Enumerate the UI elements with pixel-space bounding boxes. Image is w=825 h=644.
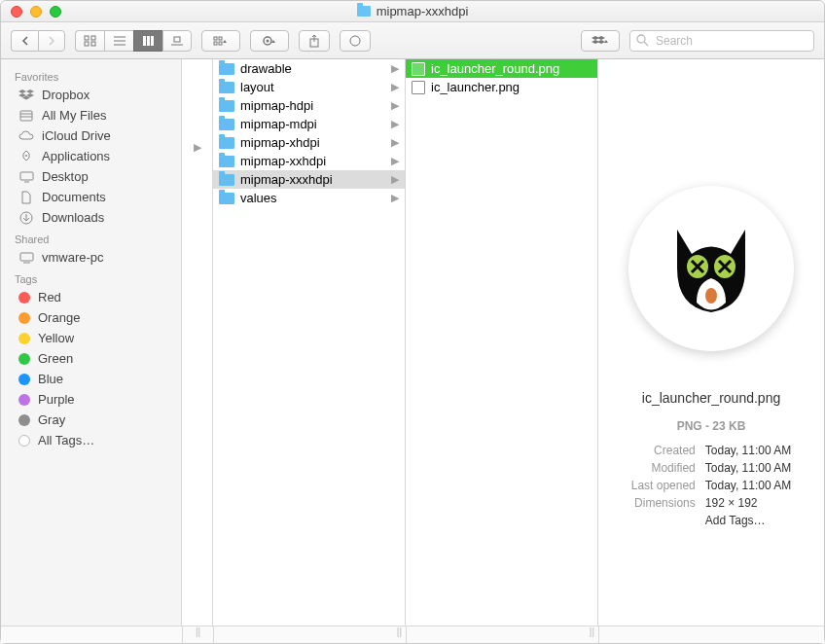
folder-row[interactable]: drawable▶ bbox=[213, 59, 405, 78]
sidebar-tag-blue[interactable]: Blue bbox=[1, 369, 181, 389]
sidebar-item-label: All My Files bbox=[42, 108, 106, 123]
sidebar-item-icloud[interactable]: iCloud Drive bbox=[1, 125, 181, 146]
chevron-right-icon: ▶ bbox=[391, 155, 399, 167]
tag-dot-icon bbox=[18, 394, 30, 406]
svg-point-21 bbox=[637, 35, 645, 43]
svg-rect-1 bbox=[91, 36, 95, 40]
chevron-right-icon: ▶ bbox=[194, 141, 201, 154]
folder-row[interactable]: layout▶ bbox=[213, 78, 405, 96]
column-parent[interactable]: ▶ bbox=[182, 59, 213, 626]
folder-row[interactable]: mipmap-hdpi▶ bbox=[213, 96, 405, 115]
chevron-right-icon: ▶ bbox=[391, 99, 399, 112]
tag-dot-icon bbox=[18, 435, 30, 447]
svg-point-35 bbox=[705, 288, 717, 304]
svg-rect-31 bbox=[20, 253, 33, 261]
svg-rect-15 bbox=[219, 42, 222, 45]
svg-rect-12 bbox=[214, 37, 217, 40]
svg-rect-9 bbox=[151, 36, 154, 46]
folder-icon bbox=[219, 193, 234, 204]
folder-icon bbox=[219, 63, 234, 75]
sidebar-item-vmware[interactable]: vmware-pc bbox=[1, 247, 181, 268]
minimize-window-button[interactable] bbox=[30, 6, 42, 18]
column-files[interactable]: ic_launcher_round.png ic_launcher.png bbox=[406, 59, 598, 626]
search-field-wrap bbox=[629, 30, 814, 52]
folder-row[interactable]: mipmap-mdpi▶ bbox=[213, 115, 405, 133]
preview-pane: ic_launcher_round.png PNG - 23 KB Create… bbox=[598, 59, 824, 626]
applications-icon bbox=[18, 150, 34, 163]
action-button[interactable] bbox=[250, 30, 289, 52]
sidebar-item-desktop[interactable]: Desktop bbox=[1, 166, 181, 187]
folder-name: mipmap-xxxhdpi bbox=[240, 172, 333, 187]
chevron-right-icon: ▶ bbox=[391, 81, 399, 93]
column-view-button[interactable] bbox=[133, 30, 162, 52]
column-resize-handle[interactable]: || bbox=[213, 626, 406, 643]
icon-view-button[interactable] bbox=[75, 30, 104, 52]
preview-filename: ic_launcher_round.png bbox=[642, 390, 780, 406]
sidebar-tag-gray[interactable]: Gray bbox=[1, 410, 181, 430]
folder-name: layout bbox=[240, 80, 274, 94]
folder-row[interactable]: mipmap-xxhdpi▶ bbox=[213, 152, 405, 170]
folder-icon bbox=[219, 156, 234, 167]
search-input[interactable] bbox=[629, 30, 814, 52]
preview-type-size: PNG - 23 KB bbox=[677, 419, 746, 433]
folder-row[interactable]: mipmap-xhdpi▶ bbox=[213, 133, 405, 152]
computer-icon bbox=[18, 251, 34, 265]
sidebar-item-label: Desktop bbox=[42, 169, 89, 184]
column-resize-handle[interactable]: || bbox=[406, 626, 598, 643]
meta-value: Today, 11:00 AM bbox=[701, 443, 796, 458]
svg-rect-3 bbox=[91, 42, 95, 46]
sidebar-tag-yellow[interactable]: Yellow bbox=[1, 328, 181, 348]
back-button[interactable] bbox=[11, 30, 38, 52]
folder-icon bbox=[219, 119, 234, 130]
sidebar-tag-orange[interactable]: Orange bbox=[1, 307, 181, 328]
sidebar-header-shared: Shared bbox=[1, 228, 181, 247]
svg-point-20 bbox=[350, 36, 360, 46]
sidebar-tag-red[interactable]: Red bbox=[1, 287, 181, 307]
arrange-button[interactable] bbox=[201, 30, 240, 52]
image-file-icon bbox=[412, 62, 425, 76]
dropbox-button[interactable] bbox=[581, 30, 620, 52]
column-browser: ▶ drawable▶ layout▶ mipmap-hdpi▶ mipmap-… bbox=[182, 59, 824, 626]
sidebar-header-favorites: Favorites bbox=[1, 65, 181, 85]
sidebar-item-downloads[interactable]: Downloads bbox=[1, 207, 181, 228]
sidebar-item-all-my-files[interactable]: All My Files bbox=[1, 105, 181, 125]
svg-point-17 bbox=[267, 39, 269, 42]
window-title: mipmap-xxxhdpi bbox=[1, 4, 824, 18]
meta-value: Today, 11:00 AM bbox=[701, 460, 796, 476]
column-folders[interactable]: drawable▶ layout▶ mipmap-hdpi▶ mipmap-md… bbox=[213, 59, 406, 626]
list-view-button[interactable] bbox=[104, 30, 133, 52]
preview-thumbnail bbox=[628, 186, 794, 351]
all-files-icon bbox=[18, 109, 34, 123]
folder-row[interactable]: values▶ bbox=[213, 189, 405, 207]
sidebar-item-documents[interactable]: Documents bbox=[1, 187, 181, 207]
folder-row-selected[interactable]: mipmap-xxxhdpi▶ bbox=[213, 170, 405, 189]
sidebar-item-label: Documents bbox=[42, 190, 106, 204]
sidebar-item-label: Red bbox=[38, 290, 61, 304]
sidebar-item-applications[interactable]: Applications bbox=[1, 146, 181, 166]
meta-value: Today, 11:00 AM bbox=[701, 478, 796, 493]
svg-rect-8 bbox=[147, 36, 150, 46]
folder-icon bbox=[219, 82, 234, 93]
sidebar-tag-green[interactable]: Green bbox=[1, 348, 181, 369]
file-name: ic_launcher.png bbox=[431, 80, 520, 94]
chevron-right-icon: ▶ bbox=[391, 118, 399, 130]
tags-button[interactable] bbox=[340, 30, 371, 52]
coverflow-view-button[interactable] bbox=[162, 30, 192, 52]
sidebar-item-dropbox[interactable]: Dropbox bbox=[1, 85, 181, 105]
share-button[interactable] bbox=[299, 30, 330, 52]
zoom-window-button[interactable] bbox=[50, 6, 61, 18]
add-tags-button[interactable]: Add Tags… bbox=[701, 513, 796, 528]
file-row-selected[interactable]: ic_launcher_round.png bbox=[406, 59, 597, 78]
file-row[interactable]: ic_launcher.png bbox=[406, 78, 597, 96]
column-resize-handle[interactable]: || bbox=[182, 626, 213, 643]
folder-name: mipmap-xhdpi bbox=[240, 135, 320, 150]
window-controls bbox=[1, 6, 61, 18]
sidebar-all-tags[interactable]: All Tags… bbox=[1, 430, 181, 450]
folder-name: mipmap-hdpi bbox=[240, 98, 313, 113]
close-window-button[interactable] bbox=[11, 6, 22, 18]
forward-button[interactable] bbox=[38, 30, 65, 52]
chevron-right-icon: ▶ bbox=[391, 192, 399, 204]
sidebar-tag-purple[interactable]: Purple bbox=[1, 389, 181, 410]
image-file-icon bbox=[412, 81, 425, 94]
meta-key: Created bbox=[628, 443, 699, 458]
